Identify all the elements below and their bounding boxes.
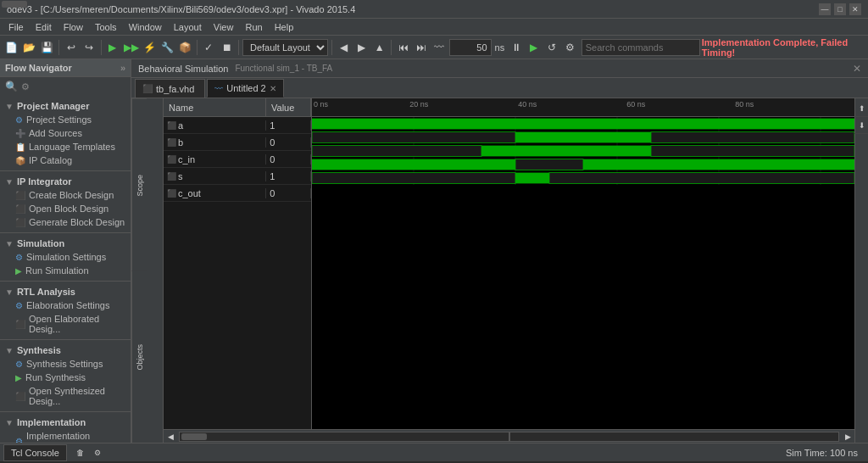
tb-forward[interactable]: ▶ [353,38,370,57]
signal-row-cout[interactable]: ⬛ c_out 0 [164,185,311,202]
tb-step[interactable]: ⏭ [413,38,429,57]
content-close-btn[interactable]: ✕ [853,63,861,75]
svg-rect-6 [312,132,515,143]
tb-pause[interactable]: ⏸ [508,38,524,57]
sim-label: Simulation [17,238,64,248]
section-ip-header[interactable]: ▼ IP Integrator [0,175,131,188]
menu-view[interactable]: View [209,19,239,36]
sidebar-item-create-block[interactable]: ⬛Create Block Design [0,188,131,202]
tb-sim[interactable]: ▶▶ [123,38,140,57]
sidebar-item-open-elab[interactable]: ⬛Open Elaborated Desig... [0,312,131,336]
tb-wave[interactable]: 〰 [431,38,447,57]
right-scroll-track[interactable] [509,432,840,442]
tb-up[interactable]: ▲ [371,38,387,57]
svg-rect-15 [515,173,549,184]
time-40ns: 40 ns [518,100,537,109]
sim-settings-icon: ⚙ [15,253,23,262]
tb-impl[interactable]: 🔧 [159,38,175,57]
sidebar-item-elab-settings[interactable]: ⚙Elaboration Settings [0,298,131,312]
section-impl-header[interactable]: ▼ Implementation [0,416,131,429]
sidebar-item-run-sim[interactable]: ▶Run Simulation [0,264,131,277]
sim-time-input[interactable] [449,39,492,56]
signal-value-a: 1 [266,120,311,131]
menu-run[interactable]: Run [240,19,267,36]
tab-untitled2[interactable]: 〰 Untitled 2 ✕ [207,79,283,98]
tb-stop[interactable]: ⏹ [219,38,235,57]
tb-synth[interactable]: ⚡ [142,38,158,57]
section-sim-header[interactable]: ▼ Simulation [0,237,131,250]
left-scroll-track[interactable] [179,432,509,442]
sidebar-item-open-synth[interactable]: ⬛Open Synthesized Desig... [0,384,131,408]
tb-check[interactable]: ✓ [201,38,217,57]
menu-window[interactable]: Window [124,19,167,36]
tab-tb-fa-vhd[interactable]: ⬛ tb_fa.vhd [135,79,205,98]
signal-row-a[interactable]: ⬛ a 1 [164,117,311,134]
sidebar-item-ip-catalog[interactable]: 📦IP Catalog [0,153,131,167]
menu-edit[interactable]: Edit [31,19,57,36]
run-synth-icon: ▶ [15,373,22,382]
sidebar-item-gen-block[interactable]: ⬛Generate Block Design [0,215,131,229]
menu-help[interactable]: Help [270,19,299,36]
tcl-settings-btn[interactable]: ⚙ [89,445,106,460]
minimize-button[interactable]: — [819,3,831,15]
tb-open[interactable]: 📂 [21,38,37,57]
right-tb-btn2[interactable]: ⬇ [854,117,869,134]
toolbar: 📄 📂 💾 ↩ ↪ ▶ ▶▶ ⚡ 🔧 📦 ✓ ⏹ Default Layout … [0,36,868,59]
tb-run-sim[interactable]: ▶ [526,38,542,57]
tab2-close[interactable]: ✕ [270,84,276,93]
tb-save[interactable]: 💾 [39,38,55,57]
tb-prog[interactable]: 📦 [177,38,193,57]
maximize-button[interactable]: □ [834,3,846,15]
tcl-console-tab[interactable]: Tcl Console [3,444,67,461]
tb-sep3 [197,40,198,55]
tb-redo[interactable]: ↪ [81,38,97,57]
section-synth-header[interactable]: ▼ Synthesis [0,343,131,357]
signal-cout-icon: ⬛ [167,189,176,198]
time-60ns: 60 ns [626,100,645,109]
scroll-right-btn[interactable]: ▶ [841,430,854,443]
open-synth-icon: ⬛ [15,392,25,401]
tb-new[interactable]: 📄 [3,38,19,57]
sidebar-item-synth-settings[interactable]: ⚙Synthesis Settings [0,357,131,371]
synth-settings-icon: ⚙ [15,360,23,369]
sidebar-item-lang-templates[interactable]: 📋Language Templates [0,140,131,153]
sidebar-item-impl-settings[interactable]: ⚙Implementation Settings [0,429,131,443]
svg-rect-9 [312,146,481,157]
section-ip-integrator: ▼ IP Integrator ⬛Create Block Design ⬛Op… [0,171,131,233]
tb-rewind[interactable]: ⏮ [395,38,411,57]
sidebar-search-area: 🔍 ⚙ [0,77,131,96]
signal-name-cin: ⬛ c_in [164,154,266,165]
sidebar-collapse-icon[interactable]: » [120,63,125,73]
layout-dropdown[interactable]: Default Layout [242,39,328,56]
right-tb-btn1[interactable]: ⬆ [854,100,869,117]
menu-layout[interactable]: Layout [169,19,207,36]
signal-s-label: s [178,171,183,181]
signal-row-cin[interactable]: ⬛ c_in 0 [164,151,311,168]
sidebar-item-sim-settings[interactable]: ⚙Simulation Settings [0,250,131,264]
tb-back[interactable]: ◀ [336,38,352,57]
signal-cin-label: c_in [178,154,195,165]
close-button[interactable]: ✕ [849,3,861,15]
signal-row-s[interactable]: ⬛ s 1 [164,168,311,185]
scroll-left-btn[interactable]: ◀ [164,430,177,443]
section-rtl-header[interactable]: ▼ RTL Analysis [0,285,131,298]
menu-file[interactable]: File [3,19,29,36]
sim-right-toolbar: ⬆ ⬇ [854,98,868,443]
tb-undo[interactable]: ↩ [63,38,79,57]
sidebar-item-run-synth[interactable]: ▶Run Synthesis [0,371,131,384]
sidebar-item-open-block[interactable]: ⬛Open Block Design [0,202,131,215]
menu-tools[interactable]: Tools [90,19,122,36]
sidebar-item-project-settings[interactable]: ⚙Project Settings [0,113,131,126]
tb-rtl[interactable]: ▶ [104,38,120,57]
menu-flow[interactable]: Flow [58,19,88,36]
signal-row-b[interactable]: ⬛ b 0 [164,134,311,151]
flow-navigator-label: Flow Navigator [5,63,72,73]
section-pm-header[interactable]: ▼ Project Manager [0,99,131,113]
search-input[interactable] [581,39,700,56]
tab1-icon: ⬛ [142,84,153,93]
signal-a-label: a [178,120,183,131]
tb-restart[interactable]: ↺ [543,38,559,57]
tcl-clear-btn[interactable]: 🗑 [72,445,89,460]
sidebar-item-add-sources[interactable]: ➕Add Sources [0,126,131,140]
tb-settings[interactable]: ⚙ [562,38,578,57]
